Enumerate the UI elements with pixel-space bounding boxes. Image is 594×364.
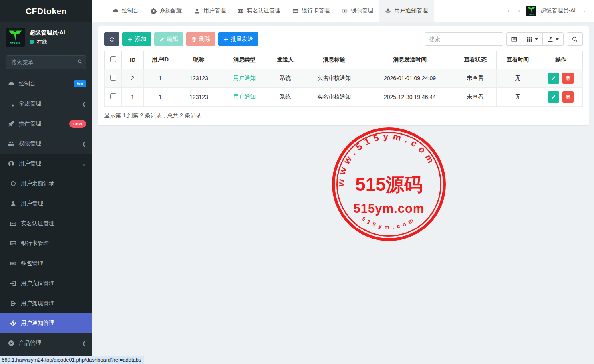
select-all-checkbox[interactable] [110, 56, 116, 62]
sidebar-item-recharge[interactable]: 用户充值管理 [0, 273, 92, 293]
user-icon [194, 8, 200, 14]
docs-icon[interactable] [505, 8, 512, 14]
status-url-bar: 660.1.haiwaiym24.top/aicode01.php/dashbo… [0, 356, 144, 364]
col-sender: 发送人 [268, 51, 302, 69]
cell-send-time: 2026-01-01 09:24:09 [366, 69, 454, 88]
sidebar-item-label: 常规管理 [19, 100, 77, 107]
sidebar-item-user-balance[interactable]: 用户余额记录 [0, 174, 92, 194]
row-checkbox[interactable] [110, 75, 116, 81]
sidebar-item-auth[interactable]: 权限管理 ❮ [0, 134, 92, 154]
row-delete-button[interactable] [562, 73, 574, 84]
col-id: ID [122, 51, 144, 69]
anchor-icon [385, 8, 391, 14]
fullscreen-icon[interactable] [516, 8, 522, 14]
avatar[interactable]: TITANFX [526, 6, 536, 16]
chevron-left-icon: ❮ [82, 101, 86, 107]
sidebar-item-plugins[interactable]: 插件管理 new [0, 114, 92, 134]
delete-button[interactable]: 删除 [186, 32, 215, 46]
avatar: TITANFX [6, 28, 25, 47]
plus-icon [127, 37, 133, 42]
cell-view-status: 未查看 [454, 69, 497, 88]
content-area: 添加 编辑 删除 批量发送 [92, 22, 594, 364]
sidebar-item-realname[interactable]: 实名认证管理 [0, 214, 92, 233]
row-edit-button[interactable] [548, 73, 559, 84]
tab-system-config[interactable]: 系统配置 [145, 0, 188, 22]
sidebar-item-products[interactable]: 产品管理 ❮ [0, 333, 92, 353]
sidebar-item-users[interactable]: 用户管理 ⌄ [0, 154, 92, 174]
brand-title: CFDtoken [0, 0, 92, 22]
cell-nickname: 123123 [177, 69, 221, 88]
sidebar: CFDtoken TITANFX 超级管理员-AL 在线 控制台 hot 常规管… [0, 0, 92, 364]
gear-icon [151, 8, 157, 14]
detail-view-icon [511, 36, 517, 42]
tab-label: 用户通知管理 [394, 7, 428, 14]
gauge-icon [113, 8, 119, 14]
cell-type[interactable]: 用户通知 [233, 75, 256, 81]
col-user-id: 用户ID [144, 51, 177, 69]
sidebar-item-label: 钱包管理 [21, 260, 86, 267]
sidebar-item-user-manage[interactable]: 用户管理 [0, 194, 92, 214]
row-delete-button[interactable] [562, 91, 574, 103]
col-view-status: 查看状态 [454, 51, 497, 69]
col-ops: 操作 [539, 51, 583, 69]
sidebar-item-dashboard[interactable]: 控制台 hot [0, 74, 92, 94]
credit-card-icon [10, 240, 16, 247]
sidebar-item-label: 产品管理 [19, 340, 77, 347]
avatar-caption: TITANFX [529, 14, 534, 15]
add-button[interactable]: 添加 [122, 32, 151, 46]
tab-dashboard[interactable]: 控制台 [107, 0, 145, 22]
sidebar-item-bankcard[interactable]: 银行卡管理 [0, 233, 92, 253]
pencil-icon [551, 95, 556, 99]
pencil-icon [551, 76, 556, 81]
id-card-icon [10, 220, 16, 227]
table-search-input[interactable] [425, 32, 503, 46]
sidebar-expanded-section: 用户管理 ⌄ 用户余额记录 用户管理 实名认证管理 银行卡管理 钱包管理 [0, 154, 92, 333]
refresh-button[interactable] [104, 32, 119, 46]
tab-label: 系统配置 [160, 7, 182, 14]
export-button[interactable] [542, 32, 564, 46]
tab-user-manage[interactable]: 用户管理 [188, 0, 232, 22]
tab-label: 银行卡管理 [302, 7, 330, 14]
tab-bankcard[interactable]: 银行卡管理 [286, 0, 336, 22]
detail-view-button[interactable] [506, 32, 522, 46]
col-type: 消息类型 [221, 51, 268, 69]
col-view-time: 查看时间 [497, 51, 539, 69]
row-checkbox[interactable] [110, 93, 116, 99]
sidebar-item-wallet[interactable]: 钱包管理 [0, 253, 92, 273]
sidebar-item-label: 用户余额记录 [21, 180, 86, 187]
hamburger-icon[interactable] [92, 8, 107, 14]
sidebar-item-notify[interactable]: 用户通知管理 [0, 313, 92, 333]
id-card-icon [238, 8, 244, 14]
sidebar-item-label: 实名认证管理 [21, 220, 86, 227]
tab-label: 控制台 [122, 7, 139, 14]
anchor-icon [10, 320, 16, 326]
user-panel: TITANFX 超级管理员-AL 在线 [0, 22, 92, 51]
trash-icon [566, 95, 570, 99]
record-summary: 显示第 1 到第 2 条记录，总共 2 条记录 [104, 112, 583, 119]
cell-type[interactable]: 用户通知 [233, 93, 256, 100]
columns-icon [526, 36, 533, 42]
product-icon [8, 340, 14, 346]
tab-notify[interactable]: 用户通知管理 [379, 0, 434, 22]
search-button[interactable] [567, 32, 583, 46]
batch-send-button[interactable]: 批量发送 [218, 32, 258, 46]
sidebar-item-general[interactable]: 常规管理 ❮ [0, 94, 92, 114]
cell-user-id: 1 [144, 69, 177, 88]
trash-icon [566, 76, 570, 81]
tab-wallet[interactable]: 钱包管理 [336, 0, 379, 22]
notifications-table: ID 用户ID 昵称 消息类型 发送人 消息标题 消息发送时间 查看状态 查看时… [104, 51, 583, 107]
col-title: 消息标题 [302, 51, 366, 69]
columns-button[interactable] [522, 32, 543, 46]
sidebar-item-label: 银行卡管理 [21, 240, 86, 247]
edit-button[interactable]: 编辑 [154, 32, 183, 46]
tab-realname[interactable]: 实名认证管理 [232, 0, 286, 22]
menu-search-input[interactable] [6, 55, 86, 69]
cell-id: 1 [122, 88, 144, 107]
settings-gear-icon[interactable] [581, 8, 588, 14]
toolbar: 添加 编辑 删除 批量发送 [104, 32, 583, 46]
row-edit-button[interactable] [548, 91, 559, 103]
chevron-left-icon: ❮ [82, 141, 86, 147]
topbar-admin-name[interactable]: 超级管理员-AL [540, 7, 577, 14]
sidebar-item-withdraw[interactable]: 用户提现管理 [0, 293, 92, 313]
cell-title: 实名审核通知 [302, 69, 366, 88]
